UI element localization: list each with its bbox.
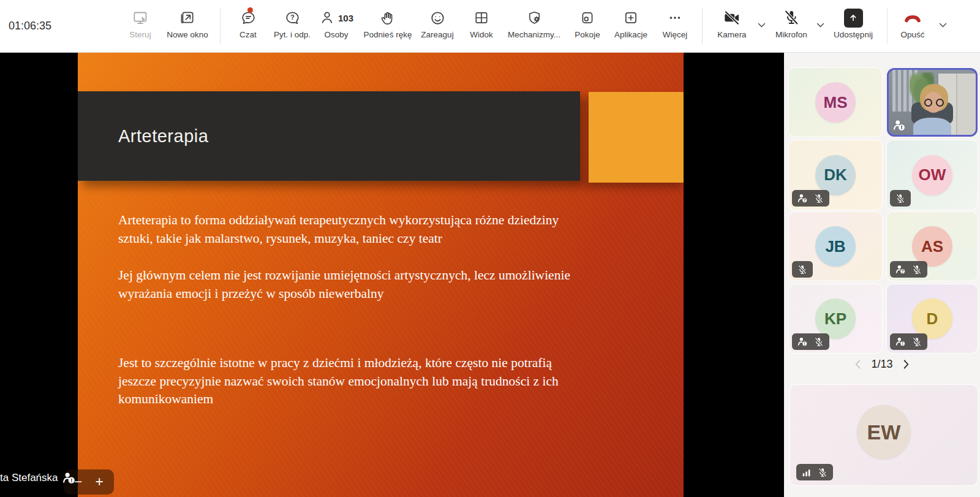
status-badge: ? (792, 190, 829, 207)
slide-paragraph: Jej głównym celem nie jest rozwijanie um… (118, 267, 585, 303)
apps-plus-icon (623, 7, 639, 29)
status-badge (890, 190, 911, 207)
chat-notification-dot (247, 7, 253, 13)
slide-canvas: Arteterapia Arteterapia to forma oddział… (78, 53, 684, 497)
microphone-off-icon (783, 7, 800, 29)
avatar: DK (815, 155, 856, 195)
leave-call-icon (902, 7, 923, 29)
person-question-icon: ? (895, 264, 906, 275)
status-badge: ! (792, 333, 829, 350)
mic-off-icon (797, 265, 807, 275)
svg-text:!: ! (902, 341, 903, 346)
toolbar-item-udostepnij[interactable]: Udostępnij (821, 7, 885, 39)
svg-text:!: ! (70, 477, 72, 484)
slide-title: Arteterapia (118, 126, 208, 146)
qna-icon: ? (284, 7, 301, 29)
avatar: OW (912, 155, 952, 195)
shield-gear-icon (526, 7, 543, 29)
participant-tile-as[interactable]: AS ? (887, 212, 978, 281)
page-indicator: 1/13 (871, 358, 892, 371)
take-control-icon (132, 7, 149, 29)
share-screen-icon (844, 7, 863, 29)
svg-text:!: ! (804, 341, 805, 346)
participant-tile-ow[interactable]: OW (887, 140, 978, 210)
pagination-next-button[interactable] (902, 359, 910, 370)
toolbar-item-opusc[interactable]: Opuść (881, 7, 944, 39)
raise-hand-icon (380, 7, 396, 29)
status-badge: ! (890, 333, 927, 350)
camera-off-icon (723, 7, 741, 29)
new-window-icon (179, 7, 195, 29)
person-alert-icon: ! (62, 471, 75, 484)
mic-off-icon (912, 337, 922, 347)
meeting-timer: 01:06:35 (9, 20, 51, 32)
participant-tile-ms[interactable]: MS (789, 68, 882, 137)
mic-off-icon (818, 468, 827, 477)
participants-panel: MS ! DK ? (784, 53, 980, 497)
participant-tile-ew[interactable]: EW (790, 385, 978, 485)
slide-paragraph: Jest to szczególnie istotne w pracy z dz… (118, 354, 585, 409)
participant-tile-d[interactable]: D ! (887, 284, 978, 353)
presenter-name-label: ta Stefańska ! (0, 471, 75, 484)
react-smiley-icon (429, 7, 446, 29)
participant-count: 103 (338, 13, 353, 23)
video-person-shirt (913, 118, 951, 137)
participant-tile-dk[interactable]: DK ? (789, 140, 882, 210)
participant-tile-kp[interactable]: KP ! (789, 284, 882, 353)
opusc-dropdown-chevron[interactable] (936, 18, 949, 32)
toolbar-item-nowe-okno[interactable]: Nowe okno (156, 7, 219, 39)
zoom-in-button[interactable]: + (93, 475, 106, 489)
mic-off-icon (912, 265, 922, 275)
people-icon (319, 10, 335, 26)
participants-pagination: 1/13 (784, 355, 980, 373)
status-badge: ? (890, 261, 927, 278)
person-alert-icon: ! (797, 336, 808, 347)
chat-icon (240, 7, 257, 29)
more-dots-icon (667, 7, 683, 29)
toolbar-item-wiecej[interactable]: Więcej (643, 7, 707, 39)
slide-accent-square (589, 92, 684, 183)
slide-title-bar: Arteterapia (78, 91, 580, 181)
mic-off-icon (895, 194, 905, 203)
participant-tile-jb[interactable]: JB (789, 212, 882, 281)
active-speaker-video-tile[interactable]: ! (887, 68, 978, 137)
svg-text:!: ! (901, 124, 903, 131)
avatar: EW (857, 405, 911, 459)
video-person-glasses (924, 99, 944, 108)
person-alert-icon: ! (895, 336, 906, 347)
avatar: MS (815, 82, 856, 123)
slide-paragraph: Arteterapia to forma oddziaływań terapeu… (118, 211, 585, 248)
avatar: JB (815, 226, 856, 267)
mic-off-icon (814, 194, 824, 203)
pagination-prev-button[interactable] (854, 359, 862, 370)
shared-content-stage: Arteterapia Arteterapia to forma oddział… (0, 53, 784, 497)
signal-strength-icon (802, 468, 812, 477)
person-question-icon: ? (797, 193, 808, 203)
view-grid-icon (473, 7, 489, 29)
meeting-toolbar: 01:06:35 Steruj Nowe okno (0, 0, 980, 53)
breakout-rooms-icon (579, 7, 595, 29)
svg-text:?: ? (290, 13, 295, 21)
person-alert-icon: ! (893, 119, 905, 131)
status-badge (792, 261, 813, 278)
svg-text:?: ? (902, 269, 904, 273)
mic-off-icon (814, 337, 824, 347)
status-badge (796, 464, 833, 480)
svg-text:?: ? (804, 198, 806, 202)
